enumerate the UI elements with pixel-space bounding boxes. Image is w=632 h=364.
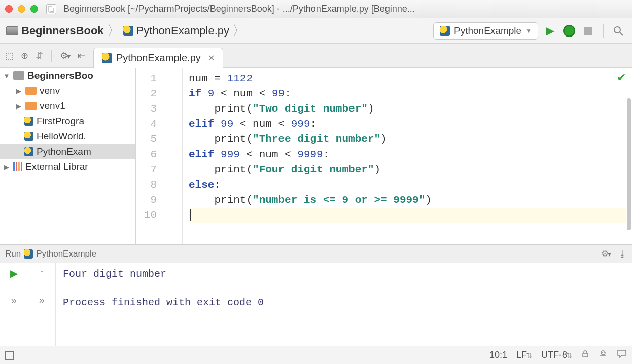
python-file-icon [24, 147, 33, 156]
run-configuration-dropdown[interactable]: PythonExample ▼ [433, 22, 538, 40]
code-editor[interactable]: 12345678910 num = 1122if 9 < num < 99: p… [136, 68, 632, 244]
svg-point-6 [604, 352, 605, 353]
separator [603, 24, 604, 38]
line-separator-selector[interactable]: LF⇅ [516, 350, 532, 360]
caret-position[interactable]: 10:1 [489, 350, 507, 360]
run-configuration-label: PythonExample [454, 25, 521, 37]
tree-item-pythonexample[interactable]: PythonExam [0, 144, 135, 159]
scroll-from-source-icon[interactable]: ⬚ [5, 50, 14, 61]
chevron-right-icon: 〉 [232, 22, 245, 40]
tool-window-quick-access-icon[interactable] [5, 351, 14, 360]
tab-pythonexample[interactable]: PythonExample.py ✕ [93, 48, 223, 68]
breadcrumb-project[interactable]: BeginnersBook [6, 24, 104, 38]
run-button[interactable]: ▶ [542, 23, 557, 39]
status-bar: 10:1 LF⇅ UTF-8⇅ [0, 346, 632, 364]
editor-tabs: PythonExample.py ✕ [90, 44, 632, 67]
python-file-icon [24, 249, 33, 259]
titlebar: BeginnersBook [~/PycharmProjects/Beginne… [0, 0, 632, 18]
tree-item-label: PythonExam [37, 146, 91, 157]
tree-root-label: BeginnersBoo [27, 70, 93, 81]
collapse-all-icon[interactable]: ⇵ [36, 50, 43, 61]
gear-icon[interactable]: ⚙▾ [60, 50, 71, 61]
stop-button[interactable] [581, 23, 596, 39]
libraries-icon [13, 162, 22, 171]
folder-icon [13, 71, 24, 80]
lock-icon[interactable] [581, 350, 589, 360]
navigation-toolbar: BeginnersBook 〉 PythonExample.py 〉 Pytho… [0, 18, 632, 44]
minimize-window-button[interactable] [18, 5, 25, 13]
feedback-icon[interactable] [617, 349, 627, 361]
up-arrow-icon[interactable]: ↑ [39, 267, 44, 279]
run-tool-title: Run [5, 249, 21, 259]
search-button[interactable] [611, 23, 626, 39]
run-tool-sidebar: ▶ » ↑ » [0, 263, 56, 346]
download-icon[interactable]: ⭳ [618, 249, 627, 259]
svg-point-1 [614, 27, 620, 33]
breadcrumb-file-label: PythonExample.py [136, 24, 229, 38]
tree-item-label: HelloWorld. [37, 131, 86, 142]
tree-item-label: venv1 [40, 100, 65, 112]
python-file-icon [24, 132, 33, 141]
tree-item-label: External Librar [25, 161, 88, 172]
svg-point-4 [601, 351, 605, 355]
window-title: BeginnersBook [~/PycharmProjects/Beginne… [63, 4, 415, 14]
debug-button[interactable] [561, 23, 577, 39]
chevron-down-icon: ▼ [525, 27, 532, 34]
more-button[interactable]: » [39, 294, 45, 306]
chevron-right-icon: 〉 [107, 22, 120, 40]
run-tool-window: Run PythonExample ⚙▾ ⭳ ▶ » ↑ » Four digi… [0, 244, 632, 346]
python-file-icon [123, 26, 133, 36]
code-area[interactable]: num = 1122if 9 < num < 99: print("Two di… [183, 68, 632, 244]
svg-rect-3 [583, 353, 588, 357]
svg-point-5 [602, 352, 603, 353]
tree-item-firstprogram[interactable]: FirstProgra [0, 114, 135, 129]
gear-icon[interactable]: ⚙▾ [601, 248, 611, 259]
tree-item-label: venv [40, 85, 60, 96]
tree-item-helloworld[interactable]: HelloWorld. [0, 129, 135, 144]
run-output[interactable]: Four digit number Process finished with … [56, 263, 632, 346]
run-tool-config-label: PythonExample [36, 249, 96, 259]
caret-right-icon: ▶ [15, 102, 22, 110]
folder-icon [6, 26, 18, 35]
app-icon [46, 4, 56, 14]
main-area: ▼ BeginnersBoo ▶ venv ▶ venv1 FirstProgr… [0, 68, 632, 244]
breadcrumb-project-label: BeginnersBook [21, 24, 104, 38]
scrollbar[interactable] [627, 98, 631, 230]
window-controls [5, 5, 38, 13]
folder-icon [25, 87, 37, 95]
project-tree[interactable]: ▼ BeginnersBoo ▶ venv ▶ venv1 FirstProgr… [0, 68, 136, 244]
folder-icon [25, 102, 37, 110]
tree-item-venv1[interactable]: ▶ venv1 [0, 98, 135, 114]
more-button[interactable]: » [11, 295, 17, 306]
hector-icon[interactable] [599, 349, 608, 361]
svg-line-2 [620, 32, 623, 35]
tree-external-libraries[interactable]: ▶ External Librar [0, 159, 135, 174]
maximize-window-button[interactable] [30, 5, 38, 13]
project-tools: ⬚ ⊕ ⇵ ⚙▾ ⇤ [0, 50, 90, 62]
tree-item-venv[interactable]: ▶ venv [0, 83, 135, 98]
close-window-button[interactable] [5, 5, 13, 13]
run-tool-header: Run PythonExample ⚙▾ ⭳ [0, 245, 632, 263]
breadcrumb: BeginnersBook 〉 PythonExample.py 〉 [6, 22, 247, 40]
search-icon [613, 25, 624, 37]
encoding-selector[interactable]: UTF-8⇅ [541, 350, 572, 360]
bug-icon [563, 25, 575, 37]
target-icon[interactable]: ⊕ [21, 50, 28, 61]
caret-right-icon: ▶ [3, 163, 10, 171]
gutter: 12345678910 [136, 68, 183, 244]
close-tab-icon[interactable]: ✕ [208, 53, 215, 63]
tree-item-label: FirstProgra [37, 116, 84, 127]
tab-label: PythonExample.py [116, 52, 201, 64]
secondary-toolbar: ⬚ ⊕ ⇵ ⚙▾ ⇤ PythonExample.py ✕ [0, 44, 632, 68]
rerun-button[interactable]: ▶ [10, 267, 18, 279]
hide-panel-icon[interactable]: ⇤ [78, 50, 85, 61]
analysis-ok-icon: ✔ [617, 71, 626, 84]
caret-right-icon: ▶ [15, 87, 22, 95]
svg-rect-0 [50, 11, 53, 12]
tree-root[interactable]: ▼ BeginnersBoo [0, 68, 135, 83]
breadcrumb-file[interactable]: PythonExample.py [123, 24, 229, 38]
caret-down-icon: ▼ [3, 72, 10, 80]
python-file-icon [24, 117, 33, 126]
python-file-icon [102, 53, 112, 63]
python-file-icon [440, 26, 450, 36]
